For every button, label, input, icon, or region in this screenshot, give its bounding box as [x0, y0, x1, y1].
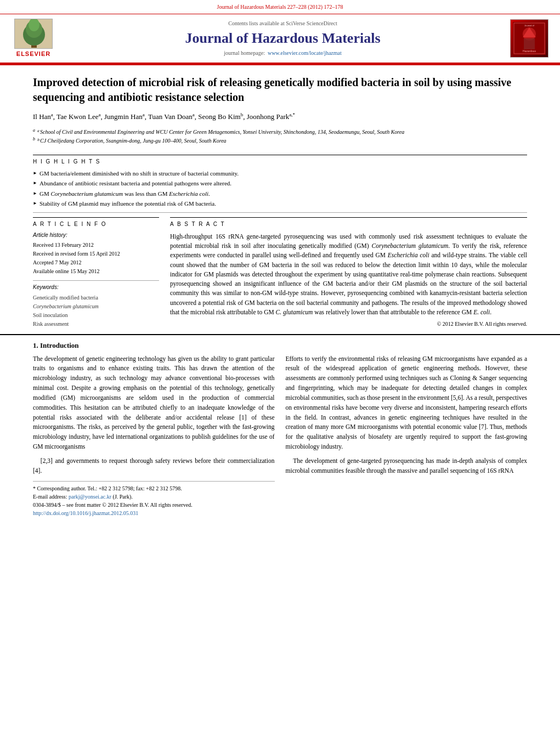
copyright-line: © 2012 Elsevier B.V. All rights reserved…: [170, 320, 527, 329]
email-note: E-mail address: parkj@yonsei.ac.kr (J. P…: [33, 493, 275, 501]
sciverse-prefix: Contents lists available at SciVerse Sci…: [228, 20, 337, 26]
intro-para-2: [2,3] and governments to request thoroug…: [33, 456, 275, 476]
journal-center: Contents lists available at SciVerse Sci…: [58, 20, 507, 57]
page: Journal of Hazardous Materials 227–228 (…: [0, 0, 560, 741]
highlights-label: H I G H L I G H T S: [33, 155, 527, 166]
section-divider: [33, 212, 527, 213]
homepage-url[interactable]: www.elsevier.com/locate/jhazmat: [268, 50, 342, 56]
highlights-section: H I G H L I G H T S GM bacteria/element …: [0, 150, 560, 208]
article-info-abstract: A R T I C L E I N F O Article history: R…: [0, 217, 560, 329]
body-col-left: The development of genetic engineering t…: [33, 354, 275, 518]
abstract-section: A B S T R A C T High-throughput 16S rRNA…: [170, 217, 527, 328]
date-received: Received 13 February 2012: [33, 241, 159, 250]
introduction-heading: 1. Introduction: [33, 341, 527, 351]
date-available: Available online 15 May 2012: [33, 267, 159, 276]
doi-link[interactable]: http://dx.doi.org/10.1016/j.jhazmat.2012…: [33, 510, 138, 516]
article-info-col: A R T I C L E I N F O Article history: R…: [33, 217, 159, 329]
journal-volume-text: Journal of Hazardous Materials 227–228 (…: [217, 4, 343, 10]
keywords-section: Keywords: Genetically modified bacteria …: [33, 280, 159, 329]
doi-note: http://dx.doi.org/10.1016/j.jhazmat.2012…: [33, 509, 275, 517]
article-info-box: A R T I C L E I N F O Article history: R…: [33, 217, 159, 329]
keyword-3: Soil inoculation: [33, 311, 159, 320]
svg-text:Hazardous: Hazardous: [523, 49, 536, 53]
abstract-text: High-throughput 16S rRNA gene-targeted p…: [170, 232, 527, 317]
article-info-label: A R T I C L E I N F O: [33, 220, 159, 229]
body-col-right: Efforts to verify the environmental risk…: [286, 354, 528, 518]
main-content: 1. Introduction The development of genet…: [0, 334, 560, 518]
highlights-list: GM bacteria/element diminished with no s…: [33, 169, 527, 208]
article-history-label: Article history:: [33, 231, 159, 240]
intro-para-right-2: The development of gene-targeted pyroseq…: [286, 456, 528, 476]
affiliations: a ᵄ School of Civil and Environmental En…: [33, 127, 527, 145]
date-revised: Received in revised form 15 April 2012: [33, 250, 159, 258]
elsevier-tree-graphic: [14, 19, 53, 49]
abstract-label: A B S T R A C T: [170, 220, 527, 229]
date-accepted: Accepted 7 May 2012: [33, 258, 159, 267]
journal-header: ELSEVIER Contents lists available at Sci…: [0, 14, 560, 64]
elsevier-label: ELSEVIER: [16, 50, 50, 59]
keyword-1: Genetically modified bacteria: [33, 293, 159, 302]
issn-note: 0304-3894/$ – see front matter © 2012 El…: [33, 501, 275, 509]
journal-logo-right: Hazardous Journal of: [507, 19, 551, 58]
highlight-item-2: Abundance of antibiotic resistant bacter…: [33, 179, 527, 188]
affiliation-b: b ᵇ CJ Cheiljedang Corporation, Ssangnim…: [33, 136, 527, 145]
body-columns: The development of genetic engineering t…: [33, 354, 527, 518]
authors-line: Il Hana, Tae Kwon Leea, Jungmin Hana, Tu…: [33, 111, 527, 122]
email-link[interactable]: parkj@yonsei.ac.kr: [69, 494, 111, 500]
homepage-label: journal homepage:: [224, 50, 265, 56]
elsevier-logo: ELSEVIER: [9, 19, 58, 59]
svg-text:Journal of: Journal of: [524, 24, 534, 27]
highlight-item-1: GM bacteria/element diminished with no s…: [33, 169, 527, 178]
article-dates: Received 13 February 2012 Received in re…: [33, 241, 159, 276]
abstract-col: A B S T R A C T High-throughput 16S rRNA…: [170, 217, 527, 329]
journal-logo-box: Hazardous Journal of: [510, 19, 548, 58]
intro-para-1: The development of genetic engineering t…: [33, 354, 275, 452]
article-title-section: Improved detection of microbial risk of …: [0, 65, 560, 150]
journal-homepage: journal homepage: www.elsevier.com/locat…: [58, 49, 507, 58]
keywords-label: Keywords:: [33, 284, 159, 292]
svg-rect-8: [524, 38, 535, 49]
journal-title: Journal of Hazardous Materials: [58, 30, 507, 47]
keyword-2: Corynebacterium glutamicum: [33, 302, 159, 311]
article-title: Improved detection of microbial risk of …: [33, 75, 527, 105]
corresponding-author-note: * Corresponding author. Tel.: +82 2 312 …: [33, 484, 275, 493]
intro-para-right-1: Efforts to verify the environmental risk…: [286, 354, 528, 452]
highlight-item-4: Stability of GM plasmid may influence th…: [33, 200, 527, 208]
sciverse-line: Contents lists available at SciVerse Sci…: [58, 20, 507, 28]
journal-volume-bar: Journal of Hazardous Materials 227–228 (…: [0, 0, 560, 14]
affiliation-a: a ᵄ School of Civil and Environmental En…: [33, 127, 527, 136]
keyword-4: Risk assessment: [33, 320, 159, 329]
footnote-section: * Corresponding author. Tel.: +82 2 312 …: [33, 481, 275, 517]
highlight-item-3: GM Corynebacterium glutamicum was less t…: [33, 190, 527, 198]
